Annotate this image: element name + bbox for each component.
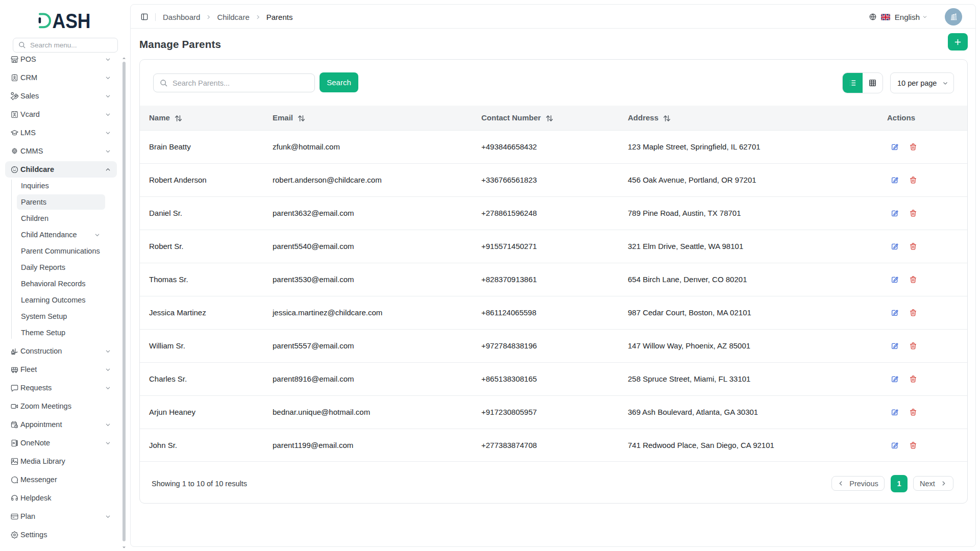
svg-text:ASH: ASH	[53, 9, 91, 32]
